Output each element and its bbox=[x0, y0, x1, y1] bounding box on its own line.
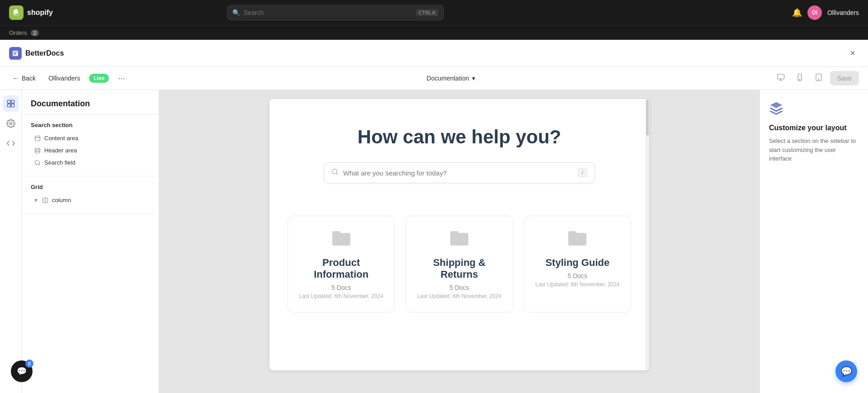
orders-badge: 2 bbox=[31, 30, 39, 36]
shopify-brand-name: shopify bbox=[27, 9, 53, 17]
search-shortcut-hint: CTRL K bbox=[416, 9, 439, 16]
shopify-bar: S shopify 🔍 CTRL K 🔔 Ol Ollivanders bbox=[0, 0, 868, 25]
orders-label: Orders bbox=[9, 29, 27, 36]
shopify-logo: S shopify bbox=[9, 5, 53, 20]
shortcut-k: K bbox=[433, 10, 436, 15]
shortcut-ctrl: CTRL bbox=[419, 10, 432, 15]
shopify-bar-right: 🔔 Ol Ollivanders bbox=[792, 5, 859, 20]
store-name: Ollivanders bbox=[827, 9, 859, 16]
search-icon: 🔍 bbox=[232, 9, 240, 16]
shopify-search-container: 🔍 CTRL K bbox=[227, 5, 444, 20]
shopify-logo-icon: S bbox=[9, 5, 24, 20]
orders-item[interactable]: Orders 2 bbox=[9, 29, 39, 36]
notification-bell-icon[interactable]: 🔔 bbox=[792, 8, 802, 18]
avatar[interactable]: Ol bbox=[807, 5, 822, 20]
avatar-initials: Ol bbox=[812, 9, 818, 16]
svg-text:S: S bbox=[14, 12, 16, 16]
search-input[interactable] bbox=[227, 5, 444, 20]
orders-bar: Orders 2 bbox=[0, 25, 868, 40]
